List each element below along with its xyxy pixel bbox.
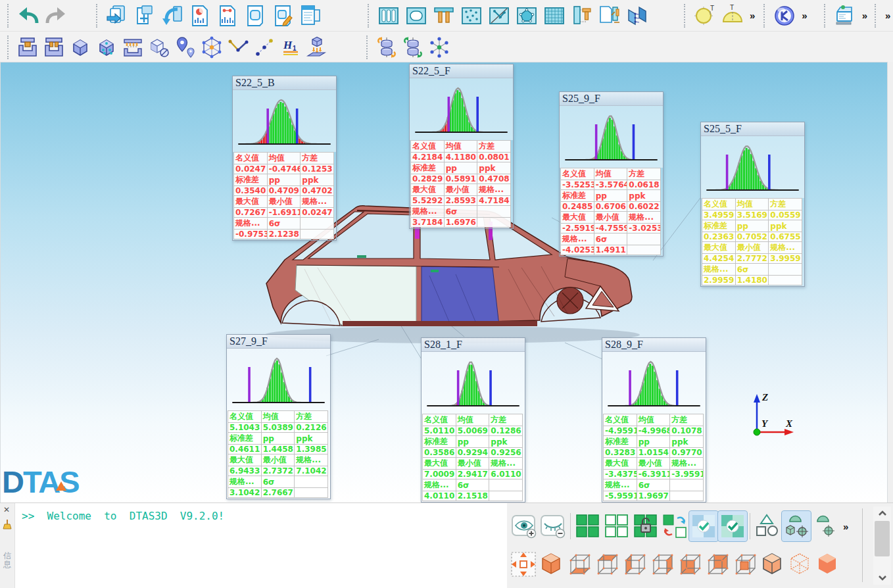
view-left-icon[interactable] [620, 549, 648, 579]
inner-cube-icon[interactable] [731, 549, 758, 579]
shape-target-icon[interactable] [782, 511, 811, 541]
panel-title[interactable]: S25_5_F [701, 122, 804, 136]
angle-lines-icon[interactable] [225, 34, 251, 61]
report-distribution-icon[interactable] [214, 1, 241, 30]
pin-document-icon[interactable] [596, 1, 623, 30]
pan-view-icon[interactable] [510, 549, 537, 579]
toolbar-grip[interactable] [96, 4, 100, 28]
toolbar-overflow[interactable]: » [840, 521, 852, 532]
clear-console-icon[interactable] [2, 519, 12, 533]
message-console[interactable]: >> Welcome to DTAS3D V9.2.0! [14, 503, 507, 588]
polygon-feature-icon[interactable] [513, 1, 541, 30]
panel-title[interactable]: S25_9_F [560, 92, 663, 106]
semicircle-target-icon[interactable] [811, 511, 840, 541]
load-cube-icon[interactable] [304, 34, 330, 61]
view-top-icon[interactable] [592, 549, 620, 579]
view-right-icon[interactable] [648, 549, 675, 579]
parallel-planes-icon[interactable] [623, 1, 651, 30]
grid-outline-icon[interactable] [602, 511, 631, 541]
toolbar-grip[interactable] [368, 4, 372, 28]
location-pins-icon[interactable] [172, 34, 199, 61]
solid-cube-icon[interactable] [67, 34, 93, 61]
viewport-3d[interactable]: S22_5_B 名义值均值方差0.0247-0.47460.1253标准差ppp… [0, 62, 888, 503]
point-cloud-icon[interactable] [458, 1, 485, 30]
measure-instrument-icon[interactable] [831, 1, 859, 30]
fixture-slot-icon[interactable] [120, 34, 146, 61]
vertical-scrollbar[interactable] [873, 506, 891, 585]
toolbar-overflow[interactable]: » [859, 10, 871, 21]
redo-icon[interactable] [42, 1, 70, 30]
view-bottom-icon[interactable] [565, 549, 592, 579]
angle-tolerance-icon[interactable]: T [719, 1, 746, 30]
toolbar-grip[interactable] [875, 4, 879, 28]
display-flat-icon[interactable] [813, 549, 841, 579]
h1-datum-icon[interactable]: H1 [278, 34, 304, 61]
stat-panel[interactable]: S22_5_F 名义值均值方差4.21844.11800.0801标准差pppp… [409, 64, 514, 229]
toolbar-overflow[interactable]: » [798, 10, 810, 21]
pin-block-icon[interactable] [568, 1, 596, 30]
panel-title[interactable]: S28_1_F [422, 338, 525, 352]
grid-swap-icon[interactable] [660, 511, 689, 541]
view-iso-icon[interactable] [537, 549, 565, 579]
mesh-surface-icon[interactable] [541, 1, 568, 30]
spider-node-icon[interactable] [426, 34, 452, 61]
scroll-down-icon[interactable] [873, 572, 891, 585]
open-model-icon[interactable] [158, 1, 186, 30]
panel-title[interactable]: S22_5_B [233, 76, 336, 90]
pin-pair-icon[interactable] [430, 1, 458, 30]
toolbar-grip[interactable] [7, 36, 11, 59]
point-link-icon[interactable] [251, 34, 278, 61]
hide-feature-icon[interactable] [539, 511, 567, 541]
panel-title[interactable]: S22_5_F [410, 64, 513, 78]
clamp-bracket-icon[interactable] [14, 34, 41, 61]
stat-panel[interactable]: S28_1_F 名义值均值方差5.01105.00690.1286标准差pppp… [421, 337, 525, 502]
toolbar-overflow[interactable]: » [746, 10, 758, 21]
panel-title[interactable]: S28_9_F [602, 338, 706, 352]
display-shaded-icon[interactable] [758, 549, 786, 579]
toolbar-grip[interactable] [824, 4, 828, 28]
stat-cell: 1.4911 [594, 245, 627, 255]
stat-panel[interactable]: S28_9_F 名义值均值方差-4.9591-4.99680.1078标准差pp… [602, 337, 706, 502]
show-feature-icon[interactable] [510, 511, 539, 541]
vector-cross-icon[interactable] [485, 1, 513, 30]
scroll-up-icon[interactable] [873, 506, 891, 520]
cube-measure-icon[interactable] [146, 34, 172, 61]
stat-panel[interactable]: S25_9_F 名义值均值方差-3.5253-3.57640.0618标准差pp… [559, 91, 664, 257]
stat-panel[interactable]: S22_5_B 名义值均值方差0.0247-0.47460.1253标准差ppp… [232, 76, 337, 241]
toolbar-grip[interactable] [7, 4, 11, 28]
close-icon[interactable]: ✕ [3, 506, 10, 514]
rounded-slot-icon[interactable] [402, 1, 430, 30]
frame-document-icon[interactable] [241, 1, 269, 30]
new-document-icon[interactable] [131, 1, 158, 30]
toolbar-grip[interactable] [684, 4, 688, 28]
export-model-icon[interactable] [103, 1, 131, 30]
scrollbar-thumb[interactable] [875, 521, 890, 556]
stat-panel[interactable]: S25_5_F 名义值均值方差3.49593.51690.0559标准差pppp… [700, 122, 805, 287]
toolbar-grip[interactable] [366, 36, 370, 59]
k-solver-icon[interactable] [771, 1, 798, 30]
grid-filled-icon[interactable] [573, 511, 602, 541]
undo-icon[interactable] [14, 1, 42, 30]
view-front-icon[interactable] [675, 549, 703, 579]
edit-document-icon[interactable] [269, 1, 297, 30]
view-back-icon[interactable] [703, 549, 731, 579]
stat-panel[interactable]: S27_9_F 名义值均值方差5.10435.03890.2126标准差pppp… [226, 334, 331, 499]
report-pie-icon[interactable] [186, 1, 214, 30]
dice-cube-icon[interactable] [93, 34, 120, 61]
clamp-bracket-double-icon[interactable] [41, 34, 67, 61]
display-wireframe-icon[interactable] [786, 549, 813, 579]
match-check-green-icon[interactable] [718, 511, 747, 541]
grid-locked-icon[interactable] [631, 511, 660, 541]
rotate-cylinder-ccw-icon[interactable] [374, 34, 400, 61]
info-tab[interactable]: 信息 [2, 552, 12, 569]
spec-list-icon[interactable] [297, 1, 324, 30]
rotate-cylinder-cw-icon[interactable] [400, 34, 426, 61]
circle-tolerance-icon[interactable]: T [691, 1, 719, 30]
shape-set-icon[interactable] [753, 511, 782, 541]
match-check-blue-icon[interactable] [689, 511, 718, 541]
slot-feature-icon[interactable] [375, 1, 402, 30]
toolbar-overflow[interactable]: » [882, 10, 893, 21]
toolbar-grip[interactable] [763, 4, 767, 28]
network-node-icon[interactable] [199, 34, 225, 61]
panel-title[interactable]: S27_9_F [227, 335, 330, 349]
